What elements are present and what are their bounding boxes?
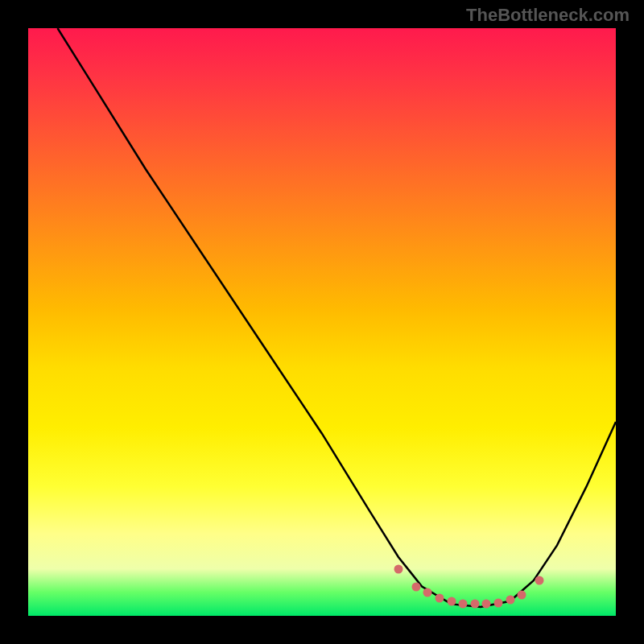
marker-dot: [535, 576, 544, 585]
watermark-text: TheBottleneck.com: [466, 5, 630, 26]
marker-layer: [28, 28, 616, 616]
marker-dot: [436, 594, 444, 603]
marker-dot: [470, 600, 479, 609]
chart-plot-area: [28, 28, 616, 616]
marker-dot: [459, 600, 468, 609]
marker-dot: [423, 588, 432, 597]
marker-dot: [506, 595, 514, 604]
marker-dot: [411, 582, 420, 591]
marker-dot: [518, 591, 526, 600]
marker-dot: [482, 600, 491, 609]
marker-dot: [494, 598, 503, 607]
marker-dot: [447, 597, 456, 605]
marker-dot: [394, 564, 402, 573]
